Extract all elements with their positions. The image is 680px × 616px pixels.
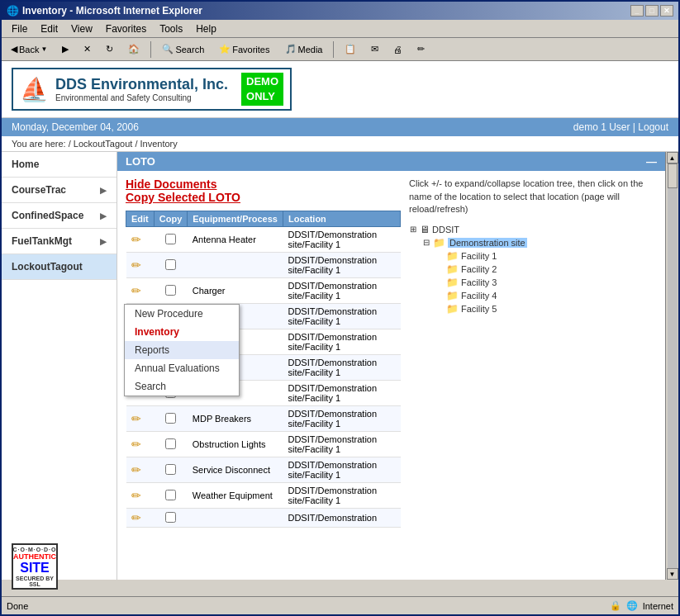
facility-folder-icon: 📁 [446,277,459,288]
user-info: demo 1 User | Logout [573,121,668,133]
table-row: ✏ Obstruction Lights DDSIT/Demonstration… [126,432,401,457]
facility-label[interactable]: Facility 4 [461,291,497,301]
tree-root[interactable]: ⊞ 🖥 DDSIT [409,223,657,236]
copy-cell[interactable] [154,227,188,253]
minimize-button[interactable]: _ [630,5,644,17]
menu-tools[interactable]: Tools [153,21,189,36]
dropdown-menu-item-reports[interactable]: Reports [125,341,239,359]
dropdown-menu-item-search[interactable]: Search [125,377,239,396]
tree-facility-item[interactable]: 📁 Facility 4 [435,289,657,302]
edit-pencil-icon[interactable]: ✏ [131,489,141,502]
sidebar-item-coursetrac[interactable]: CourseTrac ▶ [2,178,117,203]
menu-help[interactable]: Help [189,21,223,36]
sidebar-item-lockouttagout[interactable]: LockoutTagout [2,254,117,280]
scroll-thumb[interactable] [668,163,678,188]
copy-checkbox[interactable] [165,512,176,523]
menu-favorites[interactable]: Favorites [99,21,153,36]
forward-button[interactable]: ▶ [56,41,74,57]
edit-pencil-icon[interactable]: ✏ [131,233,141,246]
menu-edit[interactable]: Edit [34,21,64,36]
copy-checkbox[interactable] [165,438,176,449]
col-copy: Copy [154,211,188,227]
edit-button[interactable]: ✏ [411,41,430,57]
copy-checkbox[interactable] [165,490,176,500]
edit-cell[interactable]: ✏ [126,406,155,432]
sidebar-item-fueltankmgt[interactable]: FuelTankMgt ▶ [2,229,117,254]
edit-cell[interactable]: ✏ [126,432,155,457]
tree-facility-item[interactable]: 📁 Facility 5 [435,302,657,315]
copy-checkbox[interactable] [165,234,176,244]
scroll-down-button[interactable]: ▼ [667,568,678,580]
history-icon: 📋 [345,44,356,54]
facility-label[interactable]: Facility 3 [461,277,497,287]
copy-cell[interactable] [154,432,188,457]
edit-cell[interactable]: ✏ [126,457,155,483]
copy-checkbox[interactable] [165,285,176,296]
facility-label[interactable]: Facility 1 [461,251,497,261]
lock-icon: 🔒 [610,600,621,611]
facility-label[interactable]: Facility 5 [461,304,497,314]
home-button[interactable]: 🏠 [122,41,145,57]
logout-link[interactable]: Logout [638,121,668,133]
menu-view[interactable]: View [64,21,99,36]
edit-pencil-icon[interactable]: ✏ [131,412,141,425]
hide-documents-link[interactable]: Hide Documents [126,178,401,191]
loto-collapse-icon[interactable]: — [646,155,657,168]
edit-cell[interactable]: ✏ [126,253,155,278]
close-button[interactable]: ✕ [660,5,673,17]
copy-cell[interactable] [154,278,188,304]
facility-label[interactable]: Facility 2 [461,264,497,274]
print-button[interactable]: 🖨 [388,42,408,57]
root-toggle[interactable]: ⊞ [409,225,417,234]
refresh-button[interactable]: ↻ [100,41,119,57]
dropdown-menu-item-inventory[interactable]: Inventory [125,323,239,341]
demosite-label[interactable]: Demonstration site [448,238,527,248]
demosite-toggle[interactable]: ⊟ [422,238,430,247]
copy-cell[interactable] [154,406,188,432]
mail-button[interactable]: ✉ [365,41,384,57]
edit-pencil-icon[interactable]: ✏ [131,258,141,272]
favorites-icon: ⭐ [219,44,231,54]
dropdown-menu-item-new-procedure[interactable]: New Procedure [125,305,239,323]
sidebar-item-confinedspace[interactable]: ConfinedSpace ▶ [2,203,117,229]
search-button[interactable]: 🔍 Search [156,41,210,57]
maximize-button[interactable]: □ [645,5,659,17]
logo-banner: ⛵ DDS Environmental, Inc. Environmental … [2,61,678,118]
tree-container: ⊞ 🖥 DDSIT ⊟ 📁 Demonstration site [409,223,657,315]
back-button[interactable]: ◀ Back ▼ [5,41,53,57]
edit-cell[interactable]: ✏ [126,483,155,509]
tree-demosite[interactable]: ⊟ 📁 Demonstration site [422,236,657,249]
copy-checkbox[interactable] [165,259,176,270]
edit-cell[interactable]: ✏ [126,509,155,528]
copy-cell[interactable] [154,457,188,483]
dropdown-menu-item-annual-evaluations[interactable]: Annual Evaluations [125,359,239,377]
copy-selected-link[interactable]: Copy Selected LOTO [126,191,401,204]
copy-cell[interactable] [154,509,188,528]
edit-cell[interactable]: ✏ [126,278,155,304]
scrollbar[interactable]: ▲ ▼ [665,152,678,580]
edit-pencil-icon[interactable]: ✏ [131,463,141,476]
edit-pencil-icon[interactable]: ✏ [131,438,141,451]
copy-cell[interactable] [154,483,188,509]
favorites-button[interactable]: ⭐ Favorites [213,41,275,57]
copy-checkbox[interactable] [165,464,176,475]
tree-facility-item[interactable]: 📁 Facility 2 [435,263,657,276]
edit-cell[interactable]: ✏ [126,227,155,253]
copy-cell[interactable] [154,253,188,278]
menu-file[interactable]: File [5,21,34,36]
edit-pencil-icon[interactable]: ✏ [131,511,141,524]
media-button[interactable]: 🎵 Media [279,41,329,57]
stop-button[interactable]: ✕ [78,41,97,57]
toolbar-separator-1 [150,41,151,58]
tree-facility-item[interactable]: 📁 Facility 3 [435,276,657,289]
history-button[interactable]: 📋 [339,41,362,57]
dropdown-menu: New ProcedureInventoryReportsAnnual Eval… [124,304,240,396]
scroll-track [668,163,678,568]
edit-pencil-icon[interactable]: ✏ [131,284,141,297]
root-label[interactable]: DDSIT [432,225,459,235]
scroll-up-button[interactable]: ▲ [667,152,678,163]
copy-checkbox[interactable] [165,413,176,424]
sidebar-item-home[interactable]: Home [2,152,117,178]
facility-folder-icon: 📁 [446,303,459,315]
tree-facility-item[interactable]: 📁 Facility 1 [435,249,657,263]
